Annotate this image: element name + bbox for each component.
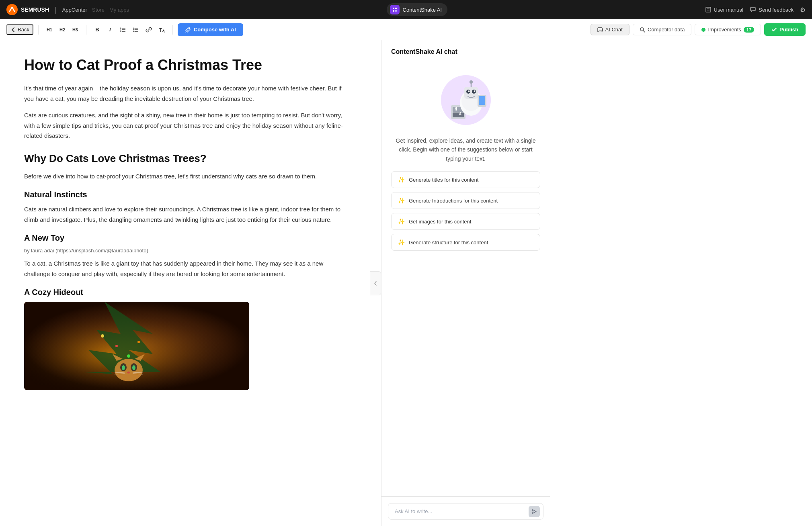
ai-suggestions: ✨ Generate titles for this content ✨ Gen…	[391, 171, 540, 251]
h1-button[interactable]: H1	[43, 24, 55, 36]
svg-rect-45	[453, 113, 464, 117]
bold-button[interactable]: B	[91, 24, 103, 36]
ai-send-button[interactable]	[529, 506, 540, 517]
svg-point-28	[115, 345, 118, 347]
ai-panel-footer: Ask AI to write...	[381, 496, 550, 526]
ai-panel-title: ContentShake AI chat	[381, 40, 550, 62]
article-para-3: Before we dive into how to cat-proof you…	[24, 171, 346, 182]
h3-button[interactable]: H3	[69, 24, 81, 36]
publish-icon	[771, 27, 777, 33]
svg-point-15	[133, 29, 134, 30]
svg-point-27	[101, 334, 104, 338]
competitor-data-tab[interactable]: Competitor data	[633, 24, 692, 35]
send-feedback-link[interactable]: Send feedback	[750, 6, 794, 13]
article-h2-1: Why Do Cats Love Christmas Trees?	[24, 152, 346, 165]
link-button[interactable]	[143, 24, 155, 36]
svg-point-29	[127, 354, 130, 358]
svg-point-0	[6, 4, 18, 15]
store-link[interactable]: Store	[92, 7, 105, 13]
article-title: How to Cat Proof a Christmas Tree	[24, 56, 346, 74]
svg-rect-4	[395, 10, 397, 12]
h2-button[interactable]: H2	[56, 24, 68, 36]
magic-icon-3: ✨	[398, 218, 405, 225]
brand-name: SEMRUSH	[21, 6, 49, 13]
toolbar: Back H1 H2 H3 B I 1 2 3	[0, 19, 812, 40]
panel-toggle-button[interactable]	[370, 271, 381, 295]
magic-icon-2: ✨	[398, 197, 405, 204]
semrush-icon	[6, 4, 18, 15]
svg-point-53	[468, 90, 470, 92]
toolbar-divider-3	[172, 25, 173, 35]
svg-rect-50	[464, 87, 478, 99]
suggestion-titles-button[interactable]: ✨ Generate titles for this content	[391, 171, 540, 188]
app-badge: ContentShake AI	[387, 3, 448, 16]
svg-text:H: H	[455, 107, 457, 111]
ai-chat-tab[interactable]: AI Chat	[591, 24, 630, 35]
svg-point-56	[470, 80, 473, 84]
user-manual-link[interactable]: User manual	[705, 6, 744, 13]
nav-divider: |	[55, 6, 57, 14]
ai-input-placeholder: Ask AI to write...	[395, 508, 432, 514]
cat-image-bg	[24, 302, 249, 390]
publish-button[interactable]: Publish	[764, 23, 806, 36]
unordered-list-button[interactable]	[130, 24, 142, 36]
svg-rect-1	[393, 8, 394, 9]
clear-format-button[interactable]: T	[156, 24, 168, 36]
ai-chat-icon	[597, 27, 603, 33]
book-icon	[705, 6, 712, 13]
settings-icon[interactable]: ⚙	[800, 6, 806, 14]
svg-point-31	[115, 359, 143, 381]
ai-panel-body: H A	[381, 62, 550, 496]
article-para-4: Cats are natural climbers and love to ex…	[24, 204, 346, 225]
ai-chat-panel: ContentShake AI chat H A	[381, 40, 550, 526]
article-h3-1: Natural Instincts	[24, 190, 346, 199]
article-para-1: It's that time of year again – the holid…	[24, 83, 346, 104]
improvements-tab[interactable]: Improvements 17	[695, 24, 761, 35]
brand-logo[interactable]: SEMRUSH	[6, 4, 49, 15]
svg-line-24	[643, 31, 645, 32]
robot-svg: H A	[440, 74, 492, 126]
toolbar-divider-2	[86, 25, 86, 35]
improvements-count-badge: 17	[744, 27, 754, 33]
link-icon	[146, 27, 152, 33]
article-image	[24, 302, 249, 390]
ol-icon: 1 2 3	[120, 27, 126, 33]
feedback-icon	[750, 6, 756, 13]
suggestion-introductions-button[interactable]: ✨ Generate Introductions for this conten…	[391, 192, 540, 209]
nav-right: User manual Send feedback ⚙	[705, 6, 806, 14]
svg-point-35	[132, 365, 135, 370]
svg-text:T: T	[159, 27, 162, 33]
magic-icon-4: ✨	[398, 239, 405, 246]
article-para-2: Cats are curious creatures, and the sigh…	[24, 110, 346, 141]
suggestion-images-button[interactable]: ✨ Get images for this content	[391, 213, 540, 230]
article-caption: by laura adai (https://unsplash.com/@lau…	[24, 248, 346, 254]
heading-format-group: H1 H2 H3	[43, 24, 81, 36]
back-button[interactable]: Back	[6, 24, 33, 35]
ordered-list-button[interactable]: 1 2 3	[117, 24, 129, 36]
suggestion-structure-button[interactable]: ✨ Generate structure for this content	[391, 234, 540, 251]
svg-text:A: A	[459, 112, 461, 116]
italic-button[interactable]: I	[104, 24, 116, 36]
appcenter-label[interactable]: AppCenter	[62, 7, 87, 13]
main-layout: How to Cat Proof a Christmas Tree It's t…	[0, 40, 812, 526]
app-name: ContentShake AI	[403, 7, 442, 13]
chevrons-icon	[373, 279, 378, 287]
improvements-dot	[701, 28, 705, 32]
article-h3-2: A New Toy	[24, 233, 346, 243]
compose-with-ai-button[interactable]: Compose with AI	[178, 23, 243, 36]
svg-rect-2	[395, 8, 397, 9]
svg-point-14	[133, 27, 134, 29]
article-h3-3: A Cozy Hideout	[24, 288, 346, 297]
svg-point-30	[137, 341, 140, 343]
ul-icon	[133, 27, 139, 33]
svg-rect-3	[393, 10, 394, 12]
toolbar-divider-1	[38, 25, 39, 35]
arrow-left-icon	[10, 27, 16, 33]
svg-rect-58	[479, 96, 485, 105]
myapps-link[interactable]: My apps	[109, 7, 129, 13]
editor-area[interactable]: How to Cat Proof a Christmas Tree It's t…	[0, 40, 370, 526]
clear-format-icon: T	[158, 27, 165, 33]
send-icon	[531, 509, 537, 514]
magic-icon-1: ✨	[398, 176, 405, 183]
app-icon	[390, 5, 400, 14]
